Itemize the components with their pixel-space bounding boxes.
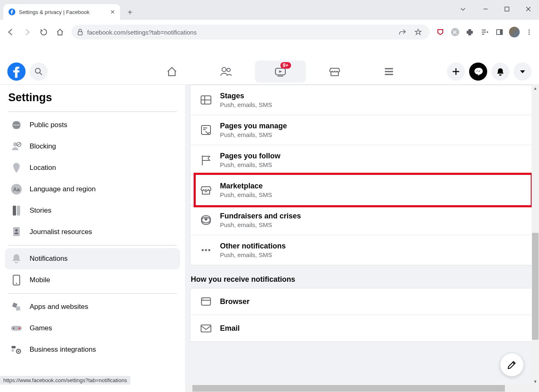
svg-rect-37: [11, 326, 22, 331]
browser-home-button[interactable]: [53, 25, 67, 39]
tab-close-button[interactable]: ✕: [110, 9, 115, 15]
notif-row-other-notifications[interactable]: Other notificationsPush, emails, SMS: [190, 235, 534, 265]
share-button[interactable]: [397, 26, 408, 38]
facebook-search-button[interactable]: [30, 63, 48, 81]
svg-rect-40: [12, 346, 16, 348]
horizontal-scrollbar[interactable]: [185, 385, 532, 392]
notif-row-pages-you-manage[interactable]: Pages you managePush, emails, SMS: [190, 115, 534, 145]
svg-rect-5: [78, 32, 82, 35]
sidebar-item-journalist-resources[interactable]: Journalist resources: [5, 221, 180, 243]
sidebar-item-language-and-region[interactable]: AaLanguage and region: [5, 179, 180, 200]
shop-icon: [199, 183, 213, 197]
extensions-puzzle-icon[interactable]: [463, 26, 477, 39]
notifications-button[interactable]: [491, 63, 509, 81]
notif-subtitle: Push, emails, SMS: [220, 251, 286, 258]
bookmark-star-button[interactable]: [412, 26, 424, 38]
sidebar-item-label: Blocking: [30, 142, 56, 151]
notif-title: Marketplace: [220, 182, 272, 190]
search-icon: [35, 67, 43, 76]
scroll-down-arrow[interactable]: ▼: [532, 378, 539, 385]
mail-icon: [199, 322, 213, 335]
sidebar-item-notifications[interactable]: Notifications: [5, 248, 180, 269]
tab-search-dropdown-button[interactable]: [457, 3, 469, 15]
notif-title: Browser: [220, 297, 250, 306]
settings-main-panel: StagesPush, emails, SMSPages you manageP…: [185, 85, 539, 392]
sidebar-item-apps-and-websites[interactable]: Apps and websites: [5, 296, 180, 318]
window-maximize-button[interactable]: [496, 2, 518, 16]
bookmark-bar-area: [0, 44, 539, 58]
nav-menu-button[interactable]: [363, 60, 414, 83]
window-close-button[interactable]: [518, 2, 539, 16]
notif-title: Email: [220, 324, 240, 333]
facebook-logo[interactable]: [7, 63, 25, 81]
svg-point-53: [202, 249, 204, 251]
notif-title: Pages you follow: [220, 152, 280, 160]
chrome-menu-button[interactable]: [523, 26, 536, 39]
friends-icon: [220, 66, 232, 77]
svg-point-16: [222, 67, 226, 72]
url-bar[interactable]: facebook.com/settings?tab=notifications: [72, 25, 430, 39]
mcafee-extension-icon[interactable]: [434, 26, 447, 39]
create-button[interactable]: [447, 63, 465, 81]
facebook-favicon-icon: [8, 8, 16, 16]
scrollbar-thumb[interactable]: [192, 385, 505, 392]
page-content: 9+ Settings Public postsBlockingLocation…: [0, 58, 539, 392]
sidebar-item-label: Language and region: [30, 185, 96, 193]
extension-k-icon[interactable]: K: [449, 26, 462, 39]
svg-point-10: [528, 29, 530, 30]
window-minimize-button[interactable]: [475, 2, 496, 16]
svg-point-14: [35, 68, 40, 73]
receive-notifications-list: BrowserEmail: [190, 288, 535, 342]
home-icon: [166, 66, 178, 77]
sidebar-item-stories[interactable]: Stories: [5, 200, 180, 221]
page-manage-icon: [199, 123, 213, 137]
sidebar-icon: [9, 225, 24, 239]
profile-avatar-button[interactable]: [508, 26, 521, 39]
sidebar-item-public-posts[interactable]: Public posts: [5, 114, 180, 136]
receive-row-browser[interactable]: Browser: [190, 288, 534, 315]
browser-forward-button[interactable]: [20, 25, 35, 39]
nav-home-button[interactable]: [146, 60, 197, 83]
account-button[interactable]: [514, 63, 532, 81]
browser-reload-button[interactable]: [36, 25, 51, 39]
side-panel-icon[interactable]: [493, 26, 506, 39]
vertical-scrollbar[interactable]: ▲ ▼: [532, 85, 539, 392]
notif-subtitle: Push, emails, SMS: [220, 221, 301, 228]
new-message-fab[interactable]: [500, 353, 523, 376]
browser-back-button[interactable]: [3, 25, 18, 39]
notif-row-marketplace[interactable]: MarketplacePush, emails, SMS: [190, 175, 534, 205]
scrollbar-thumb[interactable]: [532, 233, 539, 340]
notification-settings-list: StagesPush, emails, SMSPages you manageP…: [190, 85, 535, 265]
settings-sidebar: Settings Public postsBlockingLocationAaL…: [0, 85, 185, 392]
notif-row-fundraisers-and-crises[interactable]: Fundraisers and crisesPush, emails, SMS: [190, 205, 534, 235]
svg-point-39: [19, 327, 20, 329]
notif-subtitle: Push, emails, SMS: [220, 161, 280, 168]
svg-point-36: [16, 283, 17, 284]
notif-row-stages[interactable]: StagesPush, emails, SMS: [190, 85, 534, 115]
browser-status-bar: https://www.facebook.com/settings?tab=no…: [0, 376, 130, 385]
receive-row-email[interactable]: Email: [190, 315, 534, 341]
sidebar-item-games[interactable]: Games: [5, 318, 180, 339]
notif-row-pages-you-follow[interactable]: Pages you followPush, emails, SMS: [190, 145, 534, 175]
sidebar-item-location[interactable]: Location: [5, 157, 180, 179]
messenger-icon: [474, 67, 483, 76]
new-tab-button[interactable]: +: [123, 6, 136, 19]
scroll-up-arrow[interactable]: ▲: [532, 85, 539, 91]
sidebar-item-business-integrations[interactable]: Business integrations: [5, 339, 180, 360]
url-text: facebook.com/settings?tab=notifications: [87, 29, 393, 36]
messenger-button[interactable]: [469, 63, 487, 81]
svg-rect-59: [201, 325, 211, 332]
sidebar-item-label: Journalist resources: [30, 228, 92, 236]
svg-rect-1: [505, 7, 509, 11]
sidebar-item-mobile[interactable]: Mobile: [5, 269, 180, 291]
window-icon: [199, 295, 213, 308]
nav-marketplace-button[interactable]: [309, 60, 360, 83]
nav-watch-button[interactable]: 9+: [255, 60, 306, 83]
media-control-icon[interactable]: [478, 26, 491, 39]
sidebar-icon: [9, 139, 24, 154]
bell-icon: [496, 67, 505, 76]
sidebar-item-blocking[interactable]: Blocking: [5, 136, 180, 157]
notif-title: Other notifications: [220, 242, 286, 251]
nav-friends-button[interactable]: [201, 60, 252, 83]
browser-tab[interactable]: Settings & privacy | Facebook ✕: [3, 4, 120, 20]
